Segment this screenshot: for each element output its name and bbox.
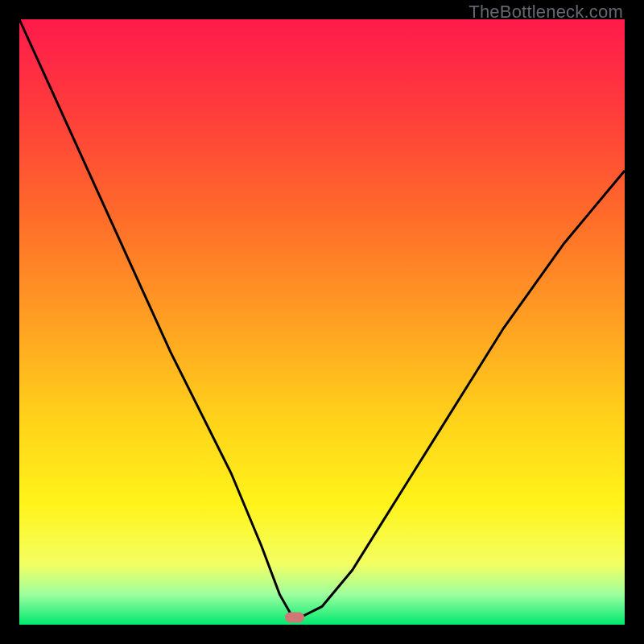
bottleneck-curve [19,19,625,625]
watermark-text: TheBottleneck.com [469,2,623,23]
chart-frame [19,19,625,625]
optimum-marker [285,612,304,622]
